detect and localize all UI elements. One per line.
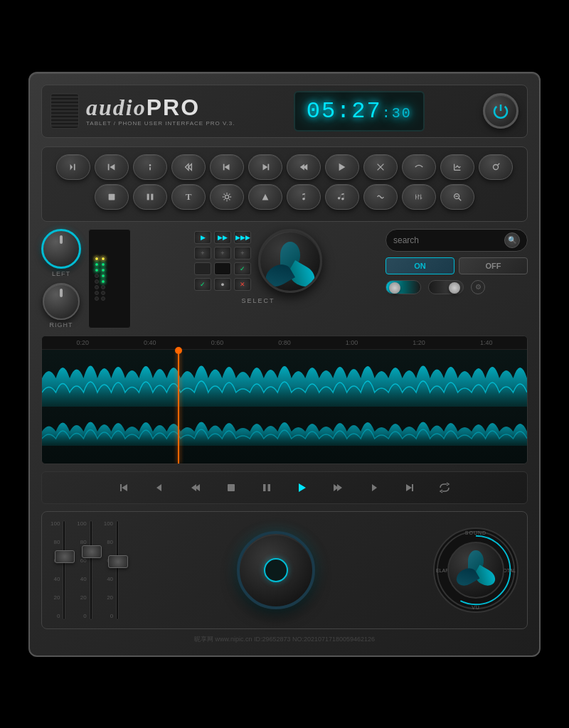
mini-btns-row3: ✓ [194, 262, 251, 275]
vu-dot [101, 274, 105, 278]
off-button[interactable]: OFF [459, 257, 528, 274]
svg-rect-40 [268, 484, 271, 491]
fader-scale-3: 100 80 60 40 20 0 [104, 520, 113, 620]
marker-2: 0:60 [211, 339, 224, 346]
svg-rect-3 [108, 164, 110, 170]
ctrl-btn-note2[interactable] [325, 184, 359, 210]
ctrl-btn-10[interactable] [402, 154, 436, 180]
dial-container: SOUND VU ELAPSED TOTAL [433, 528, 519, 613]
svg-marker-23 [262, 193, 269, 200]
mini-dot[interactable]: ● [214, 278, 231, 291]
big-round-knob[interactable] [237, 531, 315, 609]
mini-plus-2[interactable]: + [214, 247, 231, 259]
right-knob[interactable] [43, 283, 80, 320]
power-button[interactable] [483, 93, 519, 129]
mini-sq-2[interactable] [214, 262, 231, 275]
on-button[interactable]: ON [385, 257, 454, 274]
ctrl-btn-up[interactable] [248, 184, 282, 210]
mini-check-2[interactable]: ✓ [194, 278, 211, 291]
waveform-container[interactable] [42, 350, 527, 464]
left-panel: LEFT RIGHT [41, 229, 81, 328]
fader-track-1[interactable] [63, 520, 65, 620]
svg-marker-8 [225, 164, 230, 170]
fader-handle-2[interactable] [82, 545, 102, 558]
svg-line-18 [498, 163, 500, 165]
mini-fffast-btn[interactable]: ▶▶▶ [234, 231, 251, 244]
select-label: SELECT [241, 297, 275, 304]
svg-rect-21 [151, 193, 153, 200]
vu-row-3 [95, 268, 124, 272]
settings-icon[interactable]: ⚙ [471, 280, 485, 294]
vu-label: VU [472, 605, 480, 610]
svg-marker-44 [372, 484, 377, 491]
ctrl-btn-stop[interactable] [95, 184, 129, 210]
bottom-section: 100 80 60 40 20 0 100 80 60 40 2 [41, 511, 528, 629]
svg-marker-35 [156, 484, 161, 491]
ctrl-btn-2[interactable] [95, 154, 129, 180]
logo-text: audioPRO TABLET / PHONE USER INTERFACE P… [86, 96, 235, 127]
mini-plus-1[interactable]: + [194, 247, 211, 259]
ctrl-btn-info[interactable] [133, 154, 167, 180]
left-knob-label: LEFT [52, 270, 70, 277]
ctrl-btn-next[interactable] [248, 154, 282, 180]
vu-dot [101, 262, 105, 267]
transport-stop[interactable] [218, 478, 244, 498]
fader-handle-3[interactable] [108, 555, 128, 568]
ctrl-btn-fx[interactable] [363, 184, 398, 210]
transport-pause[interactable] [254, 478, 280, 498]
bottom-big-knob-section [130, 520, 422, 620]
transport-rewind[interactable] [183, 478, 208, 498]
ctrl-btn-zoom-out[interactable] [440, 184, 474, 210]
fader-track-2[interactable] [90, 520, 92, 620]
vu-dot [95, 279, 99, 284]
ctrl-btn-4[interactable] [171, 154, 206, 180]
time-main: 05:27 [307, 98, 382, 124]
playhead[interactable] [178, 350, 179, 464]
fader-handle-1[interactable] [55, 550, 75, 563]
mini-plus-3[interactable]: + [234, 247, 251, 259]
ctrl-btn-eq[interactable] [402, 184, 436, 210]
ctrl-btn-note[interactable] [287, 184, 321, 210]
watermark: 昵享网 www.nipic.cn ID:29652873 NO:20210717… [41, 629, 528, 644]
mini-sq-1[interactable] [194, 262, 211, 275]
mini-play-btn[interactable]: ▶ [194, 231, 211, 244]
select-knob[interactable] [258, 229, 322, 293]
right-knob-label: RIGHT [50, 321, 73, 328]
ctrl-btn-11[interactable] [440, 154, 474, 180]
transport-skip-start[interactable] [112, 478, 137, 498]
svg-point-22 [225, 195, 228, 198]
ctrl-btn-gear[interactable] [210, 184, 244, 210]
vu-row-8 [95, 296, 124, 301]
fader-track-3[interactable] [116, 520, 119, 620]
transport-play[interactable] [289, 478, 315, 498]
ctrl-btn-1[interactable] [56, 154, 90, 180]
header-section: audioPRO TABLET / PHONE USER INTERFACE P… [41, 85, 528, 138]
toggle-switch-off[interactable] [428, 280, 464, 294]
mini-cross[interactable]: ✕ [234, 278, 251, 291]
transport-ff[interactable] [325, 478, 351, 498]
ctrl-btn-play[interactable] [325, 154, 359, 180]
transport-skip-end[interactable] [396, 478, 422, 498]
left-knob[interactable] [41, 229, 81, 269]
ctrl-btn-pause[interactable] [133, 184, 167, 210]
ctrl-btn-9[interactable] [363, 154, 398, 180]
transport-next[interactable] [361, 478, 386, 498]
time-seconds: :30 [382, 105, 412, 122]
ctrl-btn-12[interactable] [479, 154, 513, 180]
ctrl-btn-rew[interactable] [287, 154, 321, 180]
ctrl-btn-prev[interactable] [210, 154, 244, 180]
mini-check[interactable]: ✓ [234, 262, 251, 275]
inner-dial-knob[interactable] [447, 542, 504, 599]
toggle-switch-on[interactable] [385, 280, 421, 294]
transport-prev[interactable] [147, 478, 173, 498]
sound-label: SOUND [465, 530, 486, 535]
on-off-row: ON OFF [385, 257, 528, 274]
search-icon[interactable]: 🔍 [504, 232, 520, 248]
mini-ff-btn[interactable]: ▶▶ [214, 231, 231, 244]
vu-dot [101, 257, 105, 261]
marker-0: 0:20 [77, 339, 90, 346]
dial-knob-section: SOUND VU ELAPSED TOTAL [433, 520, 519, 620]
transport-loop[interactable] [432, 478, 457, 498]
search-input[interactable] [393, 235, 500, 245]
ctrl-btn-t[interactable]: T [171, 184, 206, 210]
